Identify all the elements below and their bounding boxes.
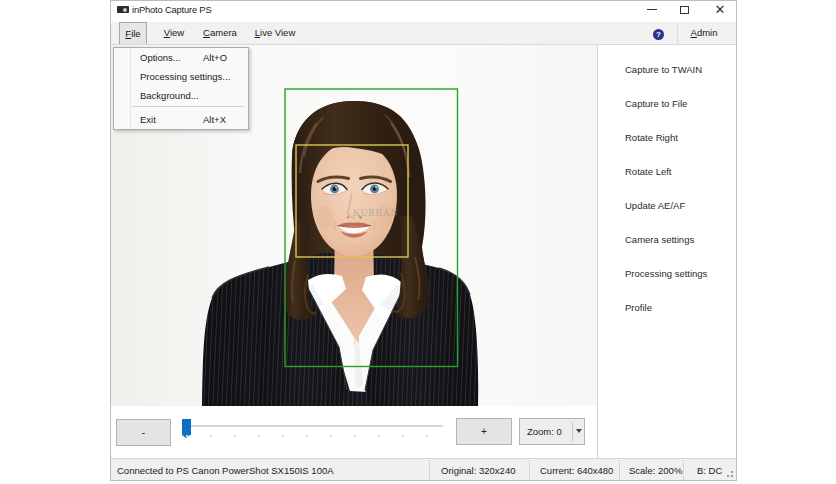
svg-text:KURHAN: KURHAN <box>353 208 398 218</box>
